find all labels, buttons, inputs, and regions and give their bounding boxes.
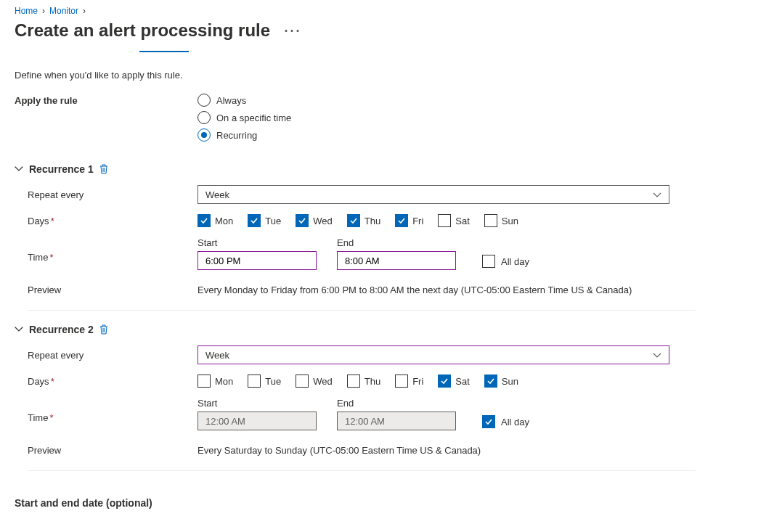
day-checkbox-sat-1[interactable]: Sat	[438, 214, 470, 227]
checkbox-icon	[395, 375, 408, 388]
day-label: Mon	[215, 376, 233, 387]
day-label: Sun	[502, 216, 518, 226]
day-label: Wed	[313, 216, 333, 226]
day-checkbox-mon-1[interactable]: Mon	[197, 214, 233, 227]
days-row-2: MonTueWedThuFriSatSun	[197, 375, 518, 388]
day-label: Mon	[215, 216, 233, 226]
day-checkbox-thu-2[interactable]: Thu	[347, 375, 380, 388]
allday-checkbox-1[interactable]: All day	[482, 255, 529, 268]
end-time-input-1[interactable]	[337, 251, 456, 270]
days-label-1: Days*	[28, 216, 197, 226]
checkbox-icon	[248, 214, 261, 227]
chevron-right-icon: ›	[42, 6, 45, 16]
day-checkbox-sun-1[interactable]: Sun	[484, 214, 518, 227]
preview-label-2: Preview	[28, 445, 197, 456]
divider	[28, 470, 696, 471]
day-label: Thu	[364, 216, 380, 226]
preview-label-1: Preview	[28, 285, 197, 295]
page-title: Create an alert processing rule ⋯	[15, 20, 767, 41]
breadcrumb: Home › Monitor ›	[15, 0, 767, 16]
end-time-input-2	[337, 412, 456, 430]
recurrence-2-title: Recurrence 2	[29, 324, 94, 335]
checkbox-icon	[438, 214, 451, 227]
checkbox-icon	[484, 375, 497, 388]
radio-specific-time[interactable]: On a specific time	[197, 111, 291, 124]
day-checkbox-fri-2[interactable]: Fri	[395, 375, 423, 388]
recurrence-2-header[interactable]: Recurrence 2	[15, 324, 767, 335]
day-checkbox-wed-1[interactable]: Wed	[296, 214, 333, 227]
day-checkbox-tue-2[interactable]: Tue	[248, 375, 281, 388]
day-checkbox-sun-2[interactable]: Sun	[484, 375, 518, 388]
start-end-date-heading: Start and end date (optional)	[15, 497, 767, 509]
apply-rule-label: Apply the rule	[15, 94, 197, 106]
checkbox-icon	[347, 375, 360, 388]
repeat-every-label-2: Repeat every	[28, 350, 197, 361]
repeat-every-select-2[interactable]: Week	[197, 345, 669, 364]
more-actions-icon[interactable]: ⋯	[283, 20, 302, 41]
start-label-2: Start	[197, 398, 317, 409]
chevron-down-icon	[15, 163, 23, 175]
end-label-2: End	[337, 398, 456, 409]
day-label: Tue	[265, 376, 281, 387]
checkbox-icon	[438, 375, 451, 388]
divider	[28, 310, 696, 311]
end-label-1: End	[337, 237, 456, 248]
delete-icon[interactable]	[99, 324, 108, 335]
chevron-down-icon	[653, 351, 661, 359]
allday-checkbox-2[interactable]: All day	[482, 415, 529, 428]
day-label: Sat	[455, 216, 470, 226]
days-row-1: MonTueWedThuFriSatSun	[197, 214, 518, 227]
breadcrumb-monitor[interactable]: Monitor	[49, 6, 78, 16]
day-checkbox-mon-2[interactable]: Mon	[197, 375, 233, 388]
recurrence-1-title: Recurrence 1	[29, 163, 94, 175]
day-label: Thu	[364, 376, 380, 387]
intro-text: Define when you'd like to apply this rul…	[15, 70, 767, 81]
checkbox-icon	[197, 214, 211, 227]
preview-text-1: Every Monday to Friday from 6:00 PM to 8…	[197, 285, 632, 295]
start-label-1: Start	[197, 237, 317, 248]
chevron-right-icon: ›	[83, 6, 86, 16]
day-label: Sat	[455, 376, 470, 387]
time-label-1: Time*	[28, 237, 197, 263]
checkbox-icon	[395, 214, 408, 227]
chevron-down-icon	[653, 190, 661, 199]
chevron-down-icon	[15, 324, 23, 335]
repeat-every-label-1: Repeat every	[28, 189, 197, 200]
day-label: Tue	[265, 216, 281, 226]
breadcrumb-home[interactable]: Home	[15, 6, 38, 16]
recurrence-1-header[interactable]: Recurrence 1	[15, 163, 767, 175]
day-checkbox-sat-2[interactable]: Sat	[438, 375, 470, 388]
radio-recurring[interactable]: Recurring	[197, 128, 291, 142]
days-label-2: Days*	[28, 376, 197, 387]
checkbox-icon	[296, 375, 309, 388]
radio-always[interactable]: Always	[197, 94, 291, 107]
checkbox-icon	[296, 214, 309, 227]
day-label: Fri	[412, 376, 423, 387]
day-label: Wed	[313, 376, 333, 387]
day-label: Sun	[502, 376, 518, 387]
day-label: Fri	[412, 216, 423, 226]
apply-rule-radio-group: Always On a specific time Recurring	[197, 94, 291, 142]
repeat-every-select-1[interactable]: Week	[197, 185, 669, 204]
checkbox-icon	[347, 214, 360, 227]
checkbox-icon	[484, 214, 497, 227]
tab-indicator	[139, 51, 189, 52]
start-time-input-2	[197, 412, 317, 430]
day-checkbox-fri-1[interactable]: Fri	[395, 214, 423, 227]
day-checkbox-wed-2[interactable]: Wed	[296, 375, 333, 388]
day-checkbox-tue-1[interactable]: Tue	[248, 214, 281, 227]
preview-text-2: Every Saturday to Sunday (UTC-05:00 East…	[197, 445, 481, 456]
day-checkbox-thu-1[interactable]: Thu	[347, 214, 380, 227]
checkbox-icon	[248, 375, 261, 388]
time-label-2: Time*	[28, 398, 197, 423]
delete-icon[interactable]	[99, 164, 108, 174]
checkbox-icon	[197, 375, 211, 388]
start-time-input-1[interactable]	[197, 251, 317, 270]
